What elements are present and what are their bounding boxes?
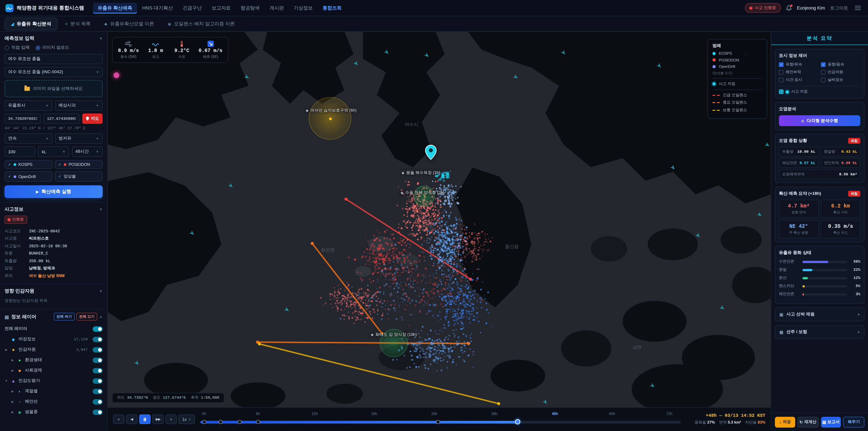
notification-bell-icon[interactable] bbox=[785, 5, 792, 11]
layer-row-fisheries[interactable]: ◆ 어장정보 17,129 bbox=[4, 334, 103, 344]
duration-select[interactable]: 48시간 ▼ bbox=[72, 147, 103, 157]
save-button[interactable]: ↓저장 bbox=[775, 417, 795, 427]
spill-mode-select[interactable]: 연속 ▼ bbox=[4, 133, 52, 144]
incident-section-header[interactable]: 사고정보 ▼ bbox=[4, 206, 103, 212]
model-toggle-opendrift[interactable]: ✓ OpenDrift bbox=[4, 171, 53, 182]
timeline-current-handle[interactable] bbox=[515, 419, 520, 425]
incident-select[interactable]: 여수 유조선 충돌 (INC-0042) ▼ bbox=[4, 67, 103, 77]
tab-spread-analysis[interactable]: ◢ 유출유 확산분석 bbox=[4, 18, 58, 30]
eco-toggle[interactable] bbox=[93, 357, 103, 363]
menu-oil-spread[interactable]: 유출유 확산예측 bbox=[93, 2, 137, 13]
skip-end-button[interactable]: » bbox=[165, 414, 177, 424]
spill-company-select[interactable]: 유출회사 ▼ bbox=[4, 100, 52, 111]
menu-integrated-search[interactable]: 통합조회 bbox=[318, 2, 346, 13]
check-weather-info[interactable]: 날씨정보 bbox=[821, 77, 860, 83]
menu-aerial[interactable]: 항공탐색 bbox=[236, 2, 264, 13]
model-toggle-ensemble[interactable]: ✓ 앙상블 bbox=[55, 171, 103, 182]
map-column: 8.9 m/s 풍속 (SW) 1.8 m 파고 9.2°C 수온 bbox=[107, 32, 771, 431]
tab-model-theory[interactable]: ◆ 유출유확산모델 이론 bbox=[98, 18, 160, 30]
share-button[interactable]: 복주기 bbox=[843, 417, 865, 427]
check-current-vector[interactable]: ✓유향/유속 bbox=[779, 62, 818, 67]
logout-link[interactable]: 로그아웃 bbox=[830, 5, 848, 11]
tick-12h: 12h bbox=[312, 411, 318, 415]
tab-boom-algorithm-theory[interactable]: ◉ 오일펜스 배치 알고리즘 이론 bbox=[162, 18, 241, 30]
seasonal-toggle[interactable] bbox=[93, 389, 103, 394]
expand-arrow-icon[interactable]: ▶ bbox=[11, 358, 14, 362]
model-toggle-kosps[interactable]: ✓ KOSPS bbox=[4, 160, 53, 169]
recalculate-button[interactable]: ↻재계산 bbox=[798, 417, 819, 427]
spill-amount-input[interactable] bbox=[4, 147, 35, 157]
layer-row-seasonal[interactable]: ▶ ◐ 계절별 bbox=[4, 386, 103, 396]
step-back-button[interactable]: ◀ bbox=[126, 414, 137, 424]
layer-row-sensitive[interactable]: ▶ ★ 민감자원 3,947 bbox=[4, 344, 103, 355]
expand-arrow-icon[interactable]: ▶ bbox=[4, 348, 8, 351]
menu-weather[interactable]: 기상정보 bbox=[289, 2, 317, 13]
building-icon: ▦ bbox=[779, 330, 783, 334]
expand-arrow-icon[interactable]: ▶ bbox=[11, 410, 14, 414]
radio-image-upload[interactable]: 이미지 업로드 bbox=[35, 45, 69, 51]
incident-row: 사고코드INC-2025-0042 bbox=[4, 228, 103, 234]
model-toggle-poseidon[interactable]: ✓ POSEIDON bbox=[55, 160, 103, 169]
incident-info-section: 사고정보 ▼ 진행중 사고코드INC-2025-0042 사고명씨프린스호 사고… bbox=[0, 203, 107, 284]
pause-button[interactable] bbox=[139, 414, 151, 424]
sensitive-section-header[interactable]: 영향 민감자원 ▼ bbox=[4, 288, 103, 294]
all-layers-off-button[interactable]: 전체 끄기 bbox=[76, 313, 97, 320]
check-wind-vector[interactable]: ✓풍향/풍속 bbox=[821, 62, 860, 67]
expand-arrow-icon[interactable]: ▶ bbox=[11, 390, 14, 393]
layer-row-species[interactable]: ▶ ◈ 생물종 bbox=[4, 407, 103, 417]
check-shore-adhesion[interactable]: 해안부착 bbox=[779, 70, 818, 75]
incident-name-input[interactable] bbox=[4, 54, 103, 64]
incident-location-pin[interactable] bbox=[425, 145, 437, 161]
check-sensitive-resources[interactable]: 민감자원 bbox=[821, 70, 860, 75]
pick-on-map-button[interactable]: 지도 bbox=[82, 114, 103, 124]
check-time-display[interactable]: 시간 표시 bbox=[779, 77, 818, 83]
sensitive-resources-section: 영향 민감자원 ▼ 영향받는 민감자원 목록 bbox=[0, 284, 107, 309]
polygon-analysis-button[interactable]: ◇ 다각형 분석수행 bbox=[779, 115, 860, 126]
timeline-progress-fill bbox=[200, 421, 518, 423]
playback-speed-select[interactable]: 1x ▼ bbox=[179, 414, 195, 424]
report-button[interactable]: ▤보고서 bbox=[821, 417, 841, 427]
chevron-up-icon[interactable]: ▲ bbox=[99, 315, 103, 319]
radio-direct-input[interactable]: 직접 입력 bbox=[4, 45, 30, 51]
oil-type-select[interactable]: 벙커유 ▼ bbox=[55, 133, 103, 144]
latitude-input[interactable] bbox=[4, 114, 41, 124]
layer-row-coastline[interactable]: ▶ ~ 해안선 bbox=[4, 396, 103, 407]
expand-arrow-icon[interactable]: ▼ bbox=[4, 379, 8, 382]
menu-rescue[interactable]: 긴급구난 bbox=[178, 2, 206, 13]
image-upload-dropzone[interactable]: 이미지 파일을 선택하세요 bbox=[4, 80, 103, 97]
predict-section-header[interactable]: 예측정보 입력 ▼ bbox=[4, 35, 103, 41]
map-viewport[interactable]: 8.9 m/s 풍속 (SW) 1.8 m 파고 9.2°C 수온 bbox=[107, 32, 771, 407]
layer-row-sensitivity-eval[interactable]: ▼ ▲ 민감도평가 bbox=[4, 376, 103, 386]
expand-arrow-icon[interactable]: ▶ bbox=[11, 369, 14, 372]
hamburger-menu-icon[interactable] bbox=[853, 4, 863, 12]
fisheries-toggle[interactable] bbox=[93, 337, 103, 342]
unit-select[interactable]: kL ▼ bbox=[38, 147, 69, 157]
coastline-toggle[interactable] bbox=[93, 399, 103, 404]
menu-reports[interactable]: 보고자료 bbox=[207, 2, 235, 13]
tab-analysis-list[interactable]: ≡ 분석 목록 bbox=[59, 18, 96, 30]
ship-specs-section[interactable]: ▣ 사고 선박 제원 ▸ bbox=[775, 307, 864, 321]
check-icon: ✓ bbox=[8, 162, 11, 166]
map-canvas[interactable] bbox=[107, 32, 771, 407]
check-incident-point[interactable]: ✓ 사고 지점 bbox=[779, 89, 860, 94]
longitude-input[interactable] bbox=[43, 114, 80, 124]
master-layer-toggle[interactable] bbox=[93, 326, 103, 332]
menu-hns[interactable]: HNS·대기확산 bbox=[138, 2, 177, 13]
layer-row-socioeconomic[interactable]: ▶ ■ 사회경제 bbox=[4, 365, 103, 376]
run-prediction-button[interactable]: ▶ 확산예측 실행 bbox=[4, 185, 103, 198]
sensitive-toggle[interactable] bbox=[93, 347, 103, 352]
layer-row-eco[interactable]: ▶ ● 환경생태 bbox=[4, 355, 103, 365]
owner-insurance-section[interactable]: ▦ 선주 / 보험 ▸ bbox=[775, 325, 864, 339]
eval-toggle[interactable] bbox=[93, 378, 103, 383]
expand-arrow-icon[interactable]: ▶ bbox=[11, 400, 14, 403]
all-layers-on-button[interactable]: 전체 켜기 bbox=[54, 313, 74, 320]
skip-start-button[interactable]: « bbox=[113, 414, 124, 424]
left-sidebar: 예측정보 입력 ▼ 직접 입력 이미지 업로드 여수 유조선 충돌 (INC-0… bbox=[0, 32, 107, 431]
menu-board[interactable]: 게시판 bbox=[265, 2, 288, 13]
species-toggle[interactable] bbox=[93, 409, 103, 415]
expected-time-select[interactable]: 예상시각 ▼ bbox=[55, 100, 103, 111]
fast-forward-button[interactable]: ▶▶ bbox=[152, 414, 164, 424]
timeline-track[interactable] bbox=[200, 421, 681, 423]
socio-toggle[interactable] bbox=[93, 368, 103, 373]
particle-color-button[interactable] bbox=[113, 71, 120, 79]
